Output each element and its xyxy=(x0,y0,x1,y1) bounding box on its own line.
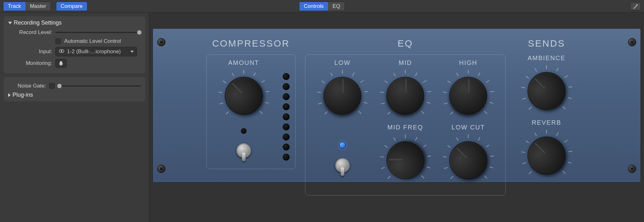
noise-gate-panel: Noise Gate: Plug-ins xyxy=(4,77,145,101)
compressor-section: COMPRESSOR AMOUNT xyxy=(206,38,296,169)
high-knob[interactable] xyxy=(441,69,495,122)
compressor-title: COMPRESSOR xyxy=(206,38,296,49)
mid-knob[interactable] xyxy=(379,69,432,122)
recording-settings-panel: Recording Settings Record Level: Automat… xyxy=(4,16,145,73)
eq-tab[interactable]: EQ xyxy=(328,2,345,11)
low-label: LOW xyxy=(334,59,351,66)
disclosure-right-icon xyxy=(8,93,11,97)
screw-icon xyxy=(628,38,636,46)
eq-section: EQ LOW MID HIGH xyxy=(305,38,506,196)
monitoring-label: Monitoring: xyxy=(8,60,52,66)
content-area: COMPRESSOR AMOUNT xyxy=(149,13,644,222)
auto-level-checkbox[interactable] xyxy=(55,38,61,44)
noise-gate-checkbox[interactable] xyxy=(49,83,55,89)
low-knob[interactable] xyxy=(316,69,369,122)
track-tab[interactable]: Track xyxy=(3,2,25,11)
plugins-label: Plug-ins xyxy=(13,92,33,98)
chevron-down-icon xyxy=(130,51,134,53)
reverb-knob[interactable] xyxy=(520,129,573,182)
noise-gate-label: Noise Gate: xyxy=(8,83,46,89)
controls-tab[interactable]: Controls xyxy=(299,2,328,11)
compressor-led xyxy=(241,128,247,134)
sidebar: Recording Settings Record Level: Automat… xyxy=(0,13,149,222)
mid-freq-label: MID FREQ xyxy=(387,124,423,131)
eq-title: EQ xyxy=(305,38,506,49)
screw-icon xyxy=(628,165,636,173)
input-value: 1-2 (Built-…icrophone) xyxy=(67,48,128,55)
eq-toggle[interactable] xyxy=(335,158,350,173)
effects-rack: COMPRESSOR AMOUNT xyxy=(153,28,641,183)
master-tab[interactable]: Master xyxy=(25,2,51,11)
mid-freq-knob[interactable] xyxy=(379,134,432,187)
compressor-meter xyxy=(283,59,290,161)
eq-led xyxy=(339,142,346,149)
controls-eq-segment: Controls EQ xyxy=(299,2,345,11)
screw-icon xyxy=(157,165,165,173)
svg-point-1 xyxy=(61,50,64,53)
track-master-segment: Track Master xyxy=(3,2,51,11)
monitoring-button[interactable] xyxy=(55,59,67,68)
low-cut-knob[interactable] xyxy=(441,134,495,187)
wand-icon[interactable] xyxy=(630,2,641,10)
amount-knob[interactable] xyxy=(217,69,270,122)
ambience-knob[interactable] xyxy=(520,64,573,118)
low-cut-label: LOW CUT xyxy=(452,124,485,131)
record-level-label: Record Level: xyxy=(8,29,52,36)
screw-icon xyxy=(157,38,165,46)
input-label: Input: xyxy=(8,48,52,55)
auto-level-label: Automatic Level Control xyxy=(64,38,121,44)
sends-title: SENDS xyxy=(515,38,578,49)
input-dropdown[interactable]: 1-2 (Built-…icrophone) xyxy=(55,47,137,56)
record-level-slider[interactable] xyxy=(55,32,141,33)
high-label: HIGH xyxy=(459,59,477,66)
amount-label: AMOUNT xyxy=(228,59,259,66)
plugins-header[interactable]: Plug-ins xyxy=(8,92,141,98)
compressor-toggle[interactable] xyxy=(236,143,251,158)
mid-label: MID xyxy=(399,59,412,66)
stereo-icon xyxy=(59,48,64,55)
sends-section: SENDS AMBIENCE REVERB xyxy=(515,38,578,182)
compare-button[interactable]: Compare xyxy=(56,2,87,11)
reverb-label: REVERB xyxy=(532,119,561,126)
recording-settings-label: Recording Settings xyxy=(14,20,62,26)
disclosure-down-icon xyxy=(8,22,12,24)
ambience-label: AMBIENCE xyxy=(528,54,565,62)
recording-settings-header[interactable]: Recording Settings xyxy=(8,20,141,26)
noise-gate-slider[interactable] xyxy=(58,85,141,87)
